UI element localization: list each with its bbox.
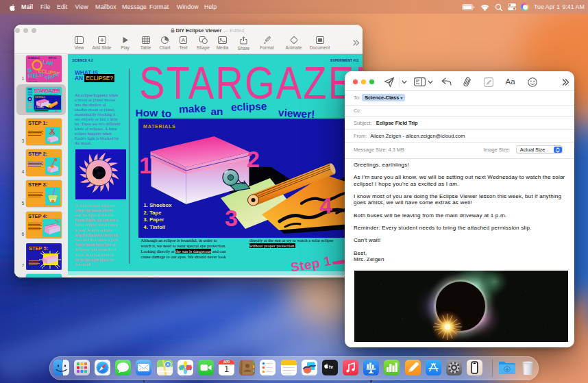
svg-text:STEP 4:: STEP 4: xyxy=(28,213,47,219)
svg-text:1. Shoebox: 1. Shoebox xyxy=(35,106,45,109)
svg-text:Mass Viewing: Mass Viewing xyxy=(28,79,38,81)
svg-text:EXP. #11: EXP. #11 xyxy=(49,57,57,60)
svg-text:A: A xyxy=(182,37,186,43)
svg-text:MATERIALS: MATERIALS xyxy=(35,95,45,98)
svg-text:LAR: LAR xyxy=(42,59,53,67)
svg-text:tv: tv xyxy=(329,365,333,369)
svg-text:STEP 1:: STEP 1: xyxy=(28,120,47,126)
svg-text:SCIENCE 4.2: SCIENCE 4.2 xyxy=(28,57,40,60)
svg-text:STEP 5:: STEP 5: xyxy=(29,245,48,251)
svg-text:How to make an eclipse viewer!: How to make an eclipse viewer! xyxy=(34,92,58,95)
svg-text:STEP 3:: STEP 3: xyxy=(28,182,47,188)
svg-text:STEP 2:: STEP 2: xyxy=(28,151,47,157)
